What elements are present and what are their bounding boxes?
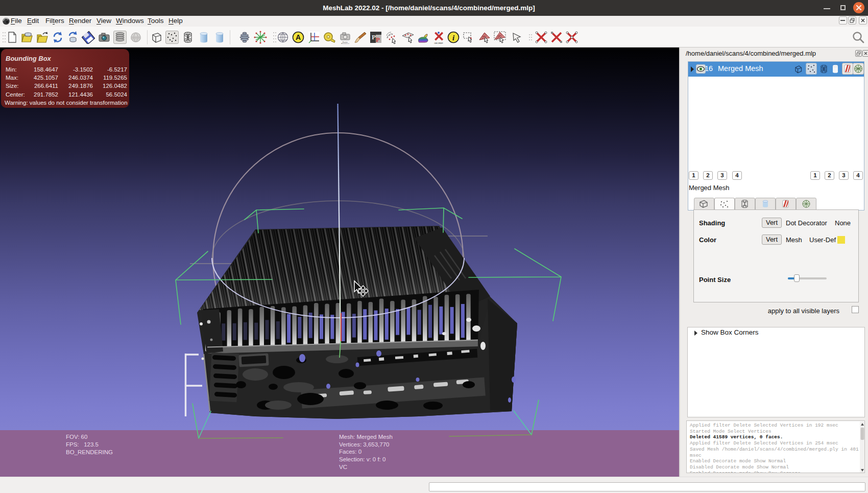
svg-text:GEOREF: GEOREF	[434, 42, 443, 44]
svg-text:P: P	[376, 36, 380, 43]
svg-text:P: P	[372, 33, 376, 41]
svg-text:Alignment: Alignment	[341, 43, 349, 44]
svg-text:A: A	[296, 33, 301, 41]
